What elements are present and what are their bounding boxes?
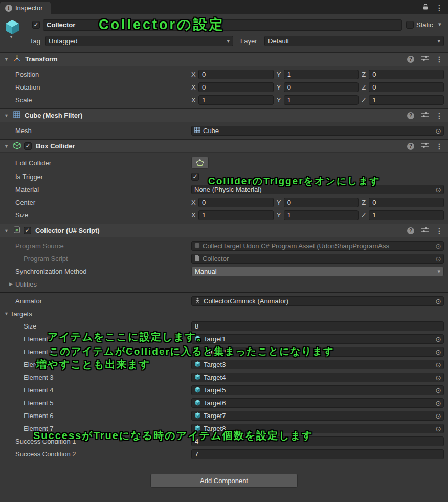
object-picker-icon[interactable]: ⊙ bbox=[435, 361, 441, 368]
scale-z-field[interactable]: 1 bbox=[369, 95, 444, 105]
add-component-button[interactable]: Add Component bbox=[150, 474, 298, 488]
presets-icon[interactable] bbox=[421, 227, 429, 234]
scale-label: Scale bbox=[15, 96, 191, 104]
tab-inspector[interactable]: i Inspector bbox=[0, 2, 51, 14]
layer-dropdown[interactable]: Default ▾ bbox=[264, 36, 444, 46]
collector-enabled-checkbox[interactable]: ✓ bbox=[24, 227, 31, 234]
collector-header[interactable]: ▼ # ✓ Collector (U# Script) ? ⋮ bbox=[0, 224, 448, 237]
collider-size-y-field[interactable]: 1 bbox=[284, 210, 359, 220]
element-label: Element 4 bbox=[15, 386, 191, 394]
scale-y-field[interactable]: 1 bbox=[284, 95, 359, 105]
transform-header[interactable]: ▼ Transform ? ⋮ bbox=[0, 52, 448, 66]
rotation-row: Rotation X0 Y0 Z0 bbox=[0, 81, 448, 94]
gameobject-active-checkbox[interactable]: ✓ bbox=[32, 21, 40, 29]
help-icon[interactable]: ? bbox=[407, 227, 414, 234]
success-condition-2-label: Success Condition 2 bbox=[15, 450, 191, 458]
collider-size-z-field[interactable]: 1 bbox=[369, 210, 444, 220]
rotation-y-field[interactable]: 0 bbox=[284, 82, 359, 92]
object-picker-icon[interactable]: ⊙ bbox=[435, 243, 441, 250]
tag-dropdown[interactable]: Untagged ▾ bbox=[45, 36, 233, 46]
static-checkbox[interactable] bbox=[406, 21, 414, 29]
object-picker-icon[interactable]: ⊙ bbox=[435, 255, 441, 263]
position-z-field[interactable]: 0 bbox=[369, 70, 444, 79]
is-trigger-checkbox[interactable]: ✓ bbox=[191, 173, 199, 181]
success-condition-2-field[interactable]: 7 bbox=[191, 449, 444, 459]
position-y-field[interactable]: 1 bbox=[284, 70, 359, 79]
object-picker-icon[interactable]: ⊙ bbox=[435, 400, 441, 407]
object-picker-icon[interactable]: ⊙ bbox=[435, 374, 441, 381]
object-picker-icon[interactable]: ⊙ bbox=[435, 412, 441, 420]
help-icon[interactable]: ? bbox=[407, 143, 414, 150]
transform-title: Transform bbox=[25, 55, 58, 63]
window-menu-icon[interactable]: ⋮ bbox=[436, 4, 443, 11]
element-object-field[interactable]: Target1 ⊙ bbox=[191, 334, 444, 344]
program-script-value: Collector bbox=[203, 255, 229, 263]
box-collider-title: Box Collider bbox=[36, 142, 75, 150]
center-x-field[interactable]: 0 bbox=[198, 198, 274, 207]
axis-y-label: Y bbox=[277, 199, 282, 206]
presets-icon[interactable] bbox=[421, 142, 429, 150]
object-picker-icon[interactable]: ⊙ bbox=[435, 348, 441, 356]
annotation-collider-enter: このアイテムがColliderに入ると集まったことになります bbox=[49, 345, 334, 358]
element-object-field[interactable]: Target5 ⊙ bbox=[191, 385, 444, 395]
help-icon[interactable]: ? bbox=[407, 112, 414, 119]
axis-z-label: Z bbox=[362, 96, 367, 104]
object-picker-icon[interactable]: ⊙ bbox=[435, 425, 441, 432]
presets-icon[interactable] bbox=[421, 112, 429, 119]
box-collider-enabled-checkbox[interactable]: ✓ bbox=[24, 142, 32, 150]
targets-size-field[interactable]: 8 bbox=[191, 321, 444, 331]
utilities-label: Utilities bbox=[15, 280, 37, 288]
collider-size-x-field[interactable]: 1 bbox=[198, 210, 274, 220]
object-picker-icon[interactable]: ⊙ bbox=[435, 336, 441, 343]
help-icon[interactable]: ? bbox=[407, 56, 414, 63]
rotation-x-field[interactable]: 0 bbox=[198, 82, 274, 92]
element-object-field[interactable]: Target7 ⊙ bbox=[191, 411, 444, 421]
lock-icon[interactable] bbox=[422, 4, 429, 12]
element-object-field[interactable]: Target4 ⊙ bbox=[191, 373, 444, 382]
center-y-field[interactable]: 0 bbox=[284, 198, 359, 207]
sync-method-dropdown[interactable]: Manual ▾ bbox=[191, 267, 444, 276]
targets-foldout[interactable]: ▼ Targets bbox=[0, 308, 448, 320]
edit-collider-button[interactable] bbox=[191, 157, 209, 169]
foldout-arrow[interactable]: ▶ bbox=[9, 281, 15, 287]
element-object-field[interactable]: Target6 ⊙ bbox=[191, 398, 444, 408]
static-dropdown-arrow[interactable]: ▾ bbox=[438, 21, 441, 28]
foldout-arrow[interactable]: ▼ bbox=[4, 311, 10, 316]
window-topbar: i Inspector ⋮ bbox=[0, 0, 448, 14]
presets-icon[interactable] bbox=[421, 55, 429, 63]
sync-method-label: Synchronization Method bbox=[15, 268, 191, 275]
axis-x-label: X bbox=[191, 211, 197, 219]
scale-x-field[interactable]: 1 bbox=[198, 95, 274, 105]
component-menu-icon[interactable]: ⋮ bbox=[436, 56, 443, 63]
axis-z-label: Z bbox=[362, 211, 367, 219]
gameobject-cube-icon[interactable] bbox=[4, 18, 20, 36]
program-source-field: CollectTarget Udon C# Program Asset (Udo… bbox=[191, 241, 444, 251]
foldout-arrow[interactable]: ▼ bbox=[4, 57, 10, 62]
center-z-field[interactable]: 0 bbox=[369, 198, 444, 207]
icon-picker-arrow[interactable]: ▾ bbox=[10, 35, 12, 39]
object-picker-icon[interactable]: ⊙ bbox=[435, 387, 441, 394]
position-x-field[interactable]: 0 bbox=[198, 70, 274, 79]
axis-z-label: Z bbox=[362, 199, 367, 206]
tag-value: Untagged bbox=[49, 37, 77, 45]
targets-size-label: Size bbox=[15, 322, 191, 330]
component-menu-icon[interactable]: ⋮ bbox=[436, 227, 443, 234]
foldout-arrow[interactable]: ▼ bbox=[4, 113, 10, 118]
box-collider-header[interactable]: ▼ ✓ Box Collider ? ⋮ bbox=[0, 139, 448, 153]
program-source-label: Program Source bbox=[15, 242, 191, 250]
foldout-arrow[interactable]: ▼ bbox=[4, 228, 10, 233]
mesh-object-field[interactable]: Cube ⊙ bbox=[191, 126, 444, 136]
object-picker-icon[interactable]: ⊙ bbox=[435, 186, 441, 193]
component-menu-icon[interactable]: ⋮ bbox=[436, 112, 443, 119]
layer-label: Layer bbox=[240, 37, 257, 45]
object-picker-icon[interactable]: ⊙ bbox=[435, 298, 441, 305]
object-picker-icon[interactable]: ⊙ bbox=[435, 127, 441, 135]
rotation-z-field[interactable]: 0 bbox=[369, 82, 444, 92]
rotation-label: Rotation bbox=[15, 83, 191, 91]
animator-object-field[interactable]: CollectorGimmick (Animator) ⊙ bbox=[191, 296, 444, 306]
utilities-foldout[interactable]: ▶ Utilities bbox=[0, 278, 448, 290]
foldout-arrow[interactable]: ▼ bbox=[4, 144, 10, 149]
component-menu-icon[interactable]: ⋮ bbox=[436, 143, 443, 150]
mesh-filter-header[interactable]: ▼ Cube (Mesh Filter) ? ⋮ bbox=[0, 108, 448, 122]
element-object-field[interactable]: Target3 ⊙ bbox=[191, 360, 444, 369]
